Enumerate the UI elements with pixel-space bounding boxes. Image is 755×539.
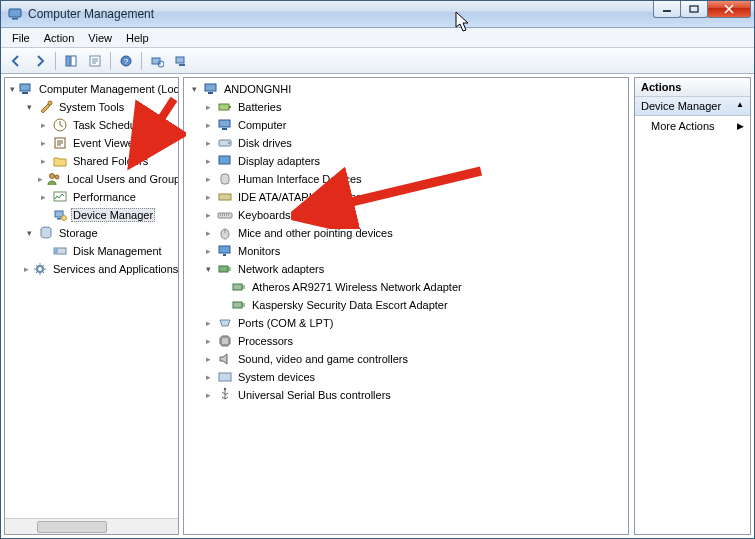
dev-ports[interactable]: Ports (COM & LPT) <box>201 314 627 332</box>
dev-net-atheros[interactable]: Atheros AR9271 Wireless Network Adapter <box>215 278 627 296</box>
help-button[interactable]: ? <box>115 50 137 72</box>
expand-toggle[interactable] <box>24 228 35 239</box>
properties-button[interactable] <box>84 50 106 72</box>
minimize-button[interactable] <box>653 1 681 18</box>
expand-toggle[interactable] <box>10 84 15 95</box>
svg-rect-38 <box>219 194 231 200</box>
dev-batteries[interactable]: Batteries <box>201 98 627 116</box>
dev-display-adapters[interactable]: Display adapters <box>201 152 627 170</box>
tree-services-apps[interactable]: Services and Applications <box>22 260 177 278</box>
dev-disk-drives[interactable]: Disk drives <box>201 134 627 152</box>
expand-toggle[interactable] <box>203 120 214 131</box>
dev-usb[interactable]: Universal Serial Bus controllers <box>201 386 627 404</box>
scan-hardware-button[interactable] <box>146 50 168 72</box>
tree-label: Shared Folders <box>71 155 150 167</box>
network-device-icon <box>231 279 247 295</box>
device-root-computer[interactable]: ANDONGNHI <box>187 80 627 98</box>
expand-toggle[interactable] <box>203 372 214 383</box>
expand-toggle[interactable] <box>203 246 214 257</box>
expand-toggle[interactable] <box>203 102 214 113</box>
expand-toggle[interactable] <box>38 192 49 203</box>
expand-toggle[interactable] <box>24 264 29 275</box>
menu-view[interactable]: View <box>81 30 119 46</box>
tree-device-manager[interactable]: Device Manager <box>36 206 177 224</box>
actions-more-actions[interactable]: More Actions ▶ <box>635 116 750 136</box>
tree-label: Universal Serial Bus controllers <box>236 389 393 401</box>
submenu-arrow-icon: ▶ <box>737 121 744 131</box>
device-tree-pane[interactable]: ANDONGNHI Batteries Computer Disk drives… <box>183 77 629 535</box>
expand-toggle[interactable] <box>203 390 214 401</box>
monitor-icon <box>217 243 233 259</box>
dev-hid[interactable]: Human Interface Devices <box>201 170 627 188</box>
expand-toggle[interactable] <box>203 336 214 347</box>
tree-label: Disk Management <box>71 245 164 257</box>
tree-disk-management[interactable]: Disk Management <box>36 242 177 260</box>
expand-toggle[interactable] <box>38 120 49 131</box>
close-button[interactable] <box>707 1 751 18</box>
menu-file[interactable]: File <box>5 30 37 46</box>
dev-ide[interactable]: IDE ATA/ATAPI controllers <box>201 188 627 206</box>
tree-task-scheduler[interactable]: Task Scheduler <box>36 116 177 134</box>
usb-icon <box>217 387 233 403</box>
dev-sound[interactable]: Sound, video and game controllers <box>201 350 627 368</box>
expand-toggle[interactable] <box>24 102 35 113</box>
device-properties-button[interactable] <box>170 50 192 72</box>
tree-system-tools[interactable]: System Tools <box>22 98 177 116</box>
expand-toggle[interactable] <box>38 156 49 167</box>
menu-help[interactable]: Help <box>119 30 156 46</box>
dev-monitors[interactable]: Monitors <box>201 242 627 260</box>
expand-toggle <box>217 300 228 311</box>
tree-label: Services and Applications <box>51 263 179 275</box>
expand-toggle[interactable] <box>203 174 214 185</box>
expand-toggle[interactable] <box>203 318 214 329</box>
battery-icon <box>217 99 233 115</box>
forward-button[interactable] <box>29 50 51 72</box>
tree-shared-folders[interactable]: Shared Folders <box>36 152 177 170</box>
expand-toggle[interactable] <box>203 138 214 149</box>
device-tree[interactable]: ANDONGNHI Batteries Computer Disk drives… <box>184 78 628 406</box>
performance-icon <box>52 189 68 205</box>
svg-rect-3 <box>690 6 698 12</box>
horizontal-scrollbar[interactable] <box>5 518 178 534</box>
dev-computer[interactable]: Computer <box>201 116 627 134</box>
actions-section-device-manager[interactable]: Device Manager ▲ <box>635 97 750 116</box>
console-tree-pane[interactable]: Computer Management (Local) System Tools <box>4 77 179 535</box>
expand-toggle[interactable] <box>203 210 214 221</box>
tree-storage[interactable]: Storage <box>22 224 177 242</box>
maximize-button[interactable] <box>680 1 708 18</box>
dev-processors[interactable]: Processors <box>201 332 627 350</box>
tree-event-viewer[interactable]: Event Viewer <box>36 134 177 152</box>
svg-text:?: ? <box>124 57 129 66</box>
ide-icon <box>217 189 233 205</box>
back-button[interactable] <box>5 50 27 72</box>
dev-system-devices[interactable]: System devices <box>201 368 627 386</box>
dev-network-adapters[interactable]: Network adapters <box>201 260 627 278</box>
tree-local-users[interactable]: Local Users and Groups <box>36 170 177 188</box>
svg-rect-4 <box>66 56 70 66</box>
expand-toggle[interactable] <box>203 264 214 275</box>
tree-label: Monitors <box>236 245 282 257</box>
tree-label: Task Scheduler <box>71 119 150 131</box>
titlebar[interactable]: Computer Management <box>1 1 754 28</box>
expand-toggle[interactable] <box>189 84 200 95</box>
expand-toggle[interactable] <box>38 174 43 185</box>
app-icon <box>7 6 23 22</box>
tree-performance[interactable]: Performance <box>36 188 177 206</box>
expand-toggle[interactable] <box>203 228 214 239</box>
expand-toggle <box>38 210 49 221</box>
show-hide-tree-button[interactable] <box>60 50 82 72</box>
dev-net-kaspersky[interactable]: Kaspersky Security Data Escort Adapter <box>215 296 627 314</box>
console-tree[interactable]: Computer Management (Local) System Tools <box>5 78 178 280</box>
dev-keyboards[interactable]: Keyboards <box>201 206 627 224</box>
svg-rect-46 <box>221 337 229 345</box>
expand-toggle[interactable] <box>203 354 214 365</box>
tree-root-computer-management[interactable]: Computer Management (Local) <box>8 80 177 98</box>
expand-toggle[interactable] <box>38 138 49 149</box>
menu-action[interactable]: Action <box>37 30 82 46</box>
dev-mice[interactable]: Mice and other pointing devices <box>201 224 627 242</box>
tree-label: Human Interface Devices <box>236 173 364 185</box>
svg-rect-28 <box>205 84 216 91</box>
expand-toggle[interactable] <box>203 192 214 203</box>
expand-toggle[interactable] <box>203 156 214 167</box>
sound-icon <box>217 351 233 367</box>
